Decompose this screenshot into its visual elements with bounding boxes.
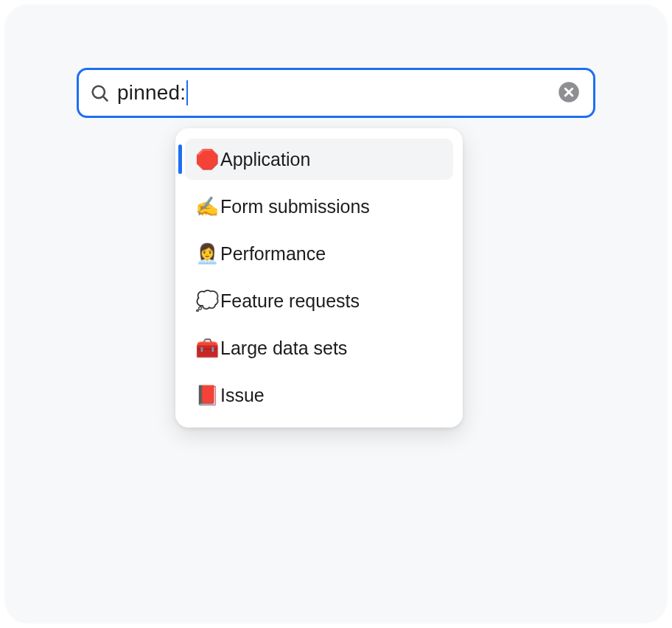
search-input[interactable]: pinned:: [117, 70, 558, 116]
search-field[interactable]: pinned:: [77, 68, 595, 118]
option-label: Large data sets: [220, 338, 347, 359]
option-emoji-icon: 📕: [195, 384, 220, 407]
suggestion-option[interactable]: 👩‍💼 Performance: [185, 233, 453, 274]
option-label: Issue: [220, 385, 265, 406]
suggestion-option[interactable]: 🛑 Application: [185, 139, 453, 180]
suggestion-option[interactable]: 💭 Feature requests: [185, 280, 453, 321]
option-emoji-icon: 🛑: [195, 148, 220, 171]
option-label: Feature requests: [220, 290, 360, 312]
search-value: pinned:: [117, 83, 186, 103]
text-caret: [186, 80, 188, 105]
svg-line-1: [103, 97, 108, 101]
option-label: Application: [220, 149, 310, 170]
search-container: pinned: 🛑 Application ✍️ Form submissio: [77, 68, 595, 118]
suggestion-option[interactable]: ✍️ Form submissions: [185, 186, 453, 227]
option-emoji-icon: 🧰: [195, 337, 220, 360]
clear-button[interactable]: [558, 82, 580, 104]
option-label: Performance: [220, 243, 326, 265]
option-emoji-icon: 💭: [195, 290, 220, 313]
suggestions-dropdown: 🛑 Application ✍️ Form submissions 👩‍💼 Pe…: [175, 128, 463, 428]
option-emoji-icon: 👩‍💼: [195, 243, 220, 265]
app-panel: pinned: 🛑 Application ✍️ Form submissio: [4, 4, 668, 624]
option-label: Form submissions: [220, 196, 370, 217]
close-icon: [558, 81, 580, 105]
search-icon: [89, 83, 110, 103]
option-emoji-icon: ✍️: [195, 195, 220, 218]
suggestion-option[interactable]: 📕 Issue: [185, 374, 453, 416]
suggestion-option[interactable]: 🧰 Large data sets: [185, 327, 453, 369]
